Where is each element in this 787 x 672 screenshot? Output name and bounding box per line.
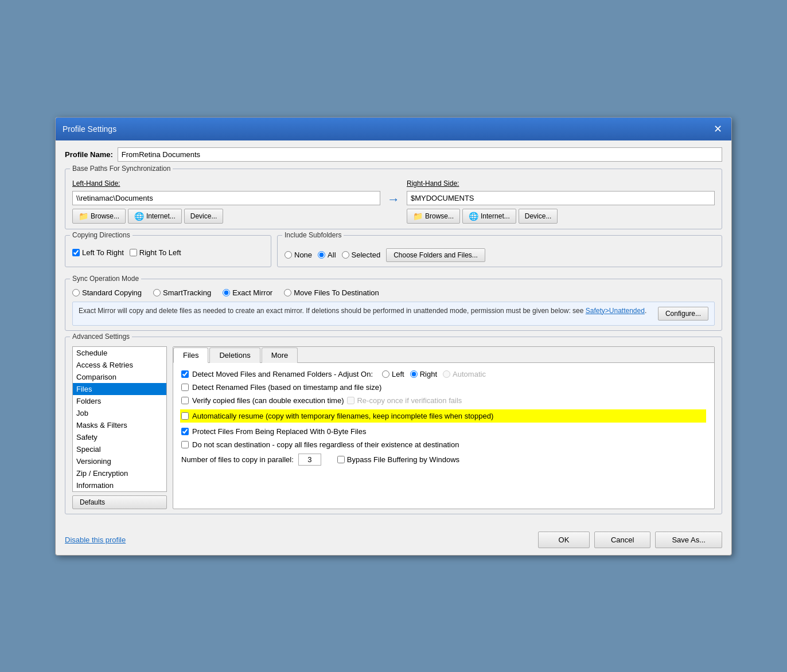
detect-left-label[interactable]: Left <box>382 370 404 378</box>
sidebar-item-masks-filters[interactable]: Masks & Filters <box>73 419 166 431</box>
ok-button[interactable]: OK <box>538 532 590 548</box>
sidebar-list: Schedule Access & Retries Comparison Fil… <box>72 346 167 509</box>
profile-name-input[interactable] <box>118 147 722 162</box>
sidebar-item-special[interactable]: Special <box>73 443 166 455</box>
right-side-label: Right-Hand Side: <box>407 179 715 187</box>
cancel-button[interactable]: Cancel <box>594 532 650 548</box>
exact-mirror-note-text: Exact Mirror will copy and delete files … <box>79 307 646 315</box>
sidebar-item-versioning[interactable]: Versioning <box>73 455 166 467</box>
move-files-radio[interactable] <box>284 289 291 296</box>
safety-unattended-link[interactable]: Safety>Unattended <box>586 307 645 315</box>
sidebar-item-folders[interactable]: Folders <box>73 395 166 407</box>
detect-right-label[interactable]: Right <box>410 370 437 378</box>
detect-automatic-label[interactable]: Automatic <box>443 370 486 378</box>
choose-folders-button[interactable]: Choose Folders and Files... <box>386 248 485 262</box>
none-radio-label[interactable]: None <box>285 251 312 259</box>
left-side-label: Left-Hand Side: <box>72 179 380 187</box>
sync-mode-title: Sync Operation Mode <box>70 275 141 283</box>
arrow-section: → <box>385 179 402 224</box>
left-to-right-checkbox[interactable] <box>72 249 80 256</box>
smarttracking-label[interactable]: SmartTracking <box>153 288 211 297</box>
verify-copied-row: Verify copied files (can double executio… <box>181 396 706 405</box>
left-path-input[interactable] <box>72 191 380 205</box>
all-label: All <box>328 251 336 259</box>
tab-more[interactable]: More <box>262 347 298 363</box>
standard-copying-radio[interactable] <box>72 289 80 296</box>
right-side-section: Right-Hand Side: 📁 Browse... 🌐 Internet.… <box>407 179 715 224</box>
sidebar-item-schedule[interactable]: Schedule <box>73 347 166 359</box>
standard-copying-text: Standard Copying <box>82 288 142 297</box>
left-browse-button[interactable]: 📁 Browse... <box>72 209 126 224</box>
right-path-input[interactable] <box>407 191 715 205</box>
selected-label: Selected <box>352 251 381 259</box>
exact-mirror-label[interactable]: Exact Mirror <box>223 288 272 297</box>
dialog-body: Profile Name: Base Paths For Synchroniza… <box>56 140 731 527</box>
close-button[interactable]: ✕ <box>711 122 724 136</box>
copying-directions-row: Left To Right Right To Left <box>72 248 264 257</box>
protect-files-checkbox[interactable] <box>181 428 189 435</box>
sidebar-item-information[interactable]: Information <box>73 479 166 491</box>
detect-automatic-radio[interactable] <box>443 370 450 378</box>
move-files-label[interactable]: Move Files To Destination <box>284 288 379 297</box>
all-radio-label[interactable]: All <box>318 251 336 259</box>
right-btn-row: 📁 Browse... 🌐 Internet... Device... <box>407 209 715 224</box>
standard-copying-label[interactable]: Standard Copying <box>72 288 142 297</box>
selected-radio[interactable] <box>342 251 349 259</box>
title-bar: Profile Settings ✕ <box>56 118 731 140</box>
sidebar-item-files[interactable]: Files <box>73 383 166 395</box>
detect-renamed-checkbox[interactable] <box>181 384 189 391</box>
advanced-settings-section: Advanced Settings Schedule Access & Retr… <box>65 337 722 514</box>
right-internet-label: Internet... <box>481 212 510 220</box>
bypass-checkbox[interactable] <box>337 456 345 463</box>
sidebar-item-zip-encryption[interactable]: Zip / Encryption <box>73 467 166 479</box>
exact-mirror-radio[interactable] <box>223 289 230 296</box>
detect-moved-checkbox[interactable] <box>181 370 189 378</box>
detect-renamed-label: Detect Renamed Files (based on timestamp… <box>192 383 381 392</box>
detect-right-radio[interactable] <box>410 370 418 378</box>
none-radio[interactable] <box>285 251 292 259</box>
selected-radio-label[interactable]: Selected <box>342 251 381 259</box>
globe-icon: 🌐 <box>134 212 144 221</box>
sidebar-item-comparison[interactable]: Comparison <box>73 371 166 383</box>
base-paths-content: Left-Hand Side: 📁 Browse... 🌐 Internet..… <box>72 179 715 224</box>
recopy-text: Re-copy once if verification fails <box>357 396 462 405</box>
no-scan-checkbox[interactable] <box>181 441 189 448</box>
sidebar-item-safety[interactable]: Safety <box>73 431 166 443</box>
bypass-label[interactable]: Bypass File Buffering by Windows <box>337 455 459 464</box>
base-paths-group: Base Paths For Synchronization Left-Hand… <box>65 169 722 229</box>
detect-moved-label: Detect Moved Files and Renamed Folders -… <box>192 370 373 378</box>
save-as-button[interactable]: Save As... <box>655 532 722 548</box>
sidebar-item-access-retries[interactable]: Access & Retries <box>73 359 166 371</box>
parallel-input[interactable] <box>298 454 321 466</box>
recopy-checkbox[interactable] <box>347 397 354 404</box>
defaults-button[interactable]: Defaults <box>72 495 167 509</box>
right-to-left-checkbox[interactable] <box>130 249 137 256</box>
configure-button[interactable]: Configure... <box>658 307 708 321</box>
two-col-groups: Copying Directions Left To Right Right T… <box>65 235 722 273</box>
left-internet-button[interactable]: 🌐 Internet... <box>128 209 182 224</box>
right-to-left-text: Right To Left <box>139 248 181 257</box>
right-to-left-label[interactable]: Right To Left <box>130 248 181 257</box>
right-browse-button[interactable]: 📁 Browse... <box>407 209 460 224</box>
right-device-button[interactable]: Device... <box>519 209 558 224</box>
tab-files[interactable]: Files <box>173 347 208 363</box>
detect-left-radio[interactable] <box>382 370 389 378</box>
tab-deletions[interactable]: Deletions <box>209 347 260 363</box>
protect-files-label: Protect Files From Being Replaced With 0… <box>192 427 366 436</box>
left-to-right-label[interactable]: Left To Right <box>72 248 124 257</box>
profile-name-label: Profile Name: <box>65 150 113 159</box>
auto-resume-checkbox[interactable] <box>181 412 189 420</box>
left-browse-label: Browse... <box>91 212 119 220</box>
sidebar-item-job[interactable]: Job <box>73 407 166 419</box>
bypass-text: Bypass File Buffering by Windows <box>347 455 459 464</box>
smarttracking-radio[interactable] <box>153 289 161 296</box>
right-internet-button[interactable]: 🌐 Internet... <box>462 209 516 224</box>
protect-files-row: Protect Files From Being Replaced With 0… <box>181 427 706 436</box>
all-radio[interactable] <box>318 251 325 259</box>
verify-copied-checkbox[interactable] <box>181 397 189 404</box>
detect-right-text: Right <box>420 370 437 378</box>
disable-profile-link[interactable]: Disable this profile <box>65 536 126 544</box>
left-device-button[interactable]: Device... <box>184 209 224 224</box>
include-subfolders-row: None All Selected Choose Folders and Fil… <box>285 248 715 262</box>
include-subfolders-group: Include Subfolders None All Selected Cho <box>277 235 722 267</box>
